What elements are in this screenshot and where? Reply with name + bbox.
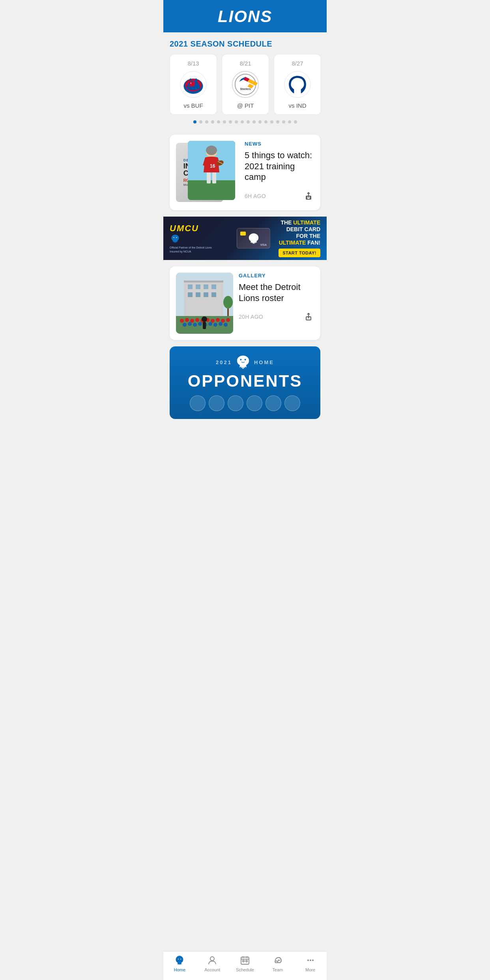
ad-brand: UMCU — [170, 223, 199, 234]
news-card-images: DETROIT LIONS INING CAMP ROCKET Mortgage — [176, 141, 239, 204]
main-content: 2021 SEASON SCHEDULE 8/13 — [163, 32, 327, 457]
svg-point-41 — [180, 319, 184, 323]
svg-rect-31 — [184, 281, 223, 282]
schedule-date-pit: 8/21 — [226, 60, 265, 67]
season-schedule-section: 2021 SEASON SCHEDULE 8/13 — [163, 32, 327, 135]
dot-7[interactable] — [229, 120, 232, 123]
news-card-label: NEWS — [245, 141, 314, 147]
svg-point-57 — [213, 323, 217, 327]
dot-6[interactable] — [223, 120, 226, 123]
schedule-card-pit[interactable]: 8/21 Steelers — [222, 54, 269, 115]
svg-point-43 — [190, 319, 194, 323]
opponents-title: OPPONENTS — [176, 372, 314, 391]
svg-rect-34 — [204, 284, 208, 289]
svg-point-42 — [185, 318, 189, 322]
svg-rect-32 — [188, 284, 193, 289]
dot-16[interactable] — [282, 120, 285, 123]
svg-rect-35 — [211, 284, 216, 289]
svg-point-50 — [226, 318, 230, 322]
dot-3[interactable] — [205, 120, 208, 123]
news-card-share-button[interactable] — [303, 191, 314, 202]
gallery-card-time: 20H AGO — [239, 314, 263, 320]
news-card-content: NEWS 5 things to watch: 2021 training ca… — [245, 141, 314, 202]
dot-15[interactable] — [276, 120, 279, 123]
svg-point-28 — [176, 237, 177, 238]
opponents-year: 2021 — [216, 359, 232, 365]
opponents-logos-row — [176, 395, 314, 411]
svg-rect-37 — [196, 292, 200, 297]
svg-point-53 — [193, 323, 197, 327]
svg-point-3 — [191, 82, 191, 83]
ad-partner-text: Official Partner of the Detroit LionsIns… — [170, 246, 212, 253]
dot-12[interactable] — [258, 120, 262, 123]
gallery-card-label: GALLERY — [239, 273, 314, 279]
opp-logo-4 — [247, 395, 262, 411]
schedule-card-ind[interactable]: 8/27 vs IND — [274, 54, 320, 115]
news-card[interactable]: DETROIT LIONS INING CAMP ROCKET Mortgage — [170, 135, 320, 210]
schedule-logo-pit: Steelers — [232, 71, 259, 98]
dot-13[interactable] — [264, 120, 267, 123]
ad-banner[interactable]: UMCU Official Partner of the Detroit Lio… — [163, 217, 327, 260]
svg-rect-17 — [188, 180, 235, 200]
svg-point-59 — [224, 323, 228, 327]
opp-logo-1 — [190, 395, 206, 411]
news-card-title: 5 things to watch: 2021 training camp — [245, 150, 314, 183]
opponents-banner[interactable]: 2021 HOME OPPONENTS — [170, 346, 320, 419]
svg-point-49 — [221, 319, 225, 323]
gallery-card-content: GALLERY Meet the Detroit Lions roster 20… — [239, 273, 314, 334]
dot-10[interactable] — [247, 120, 250, 123]
svg-rect-22 — [207, 172, 211, 183]
svg-rect-61 — [203, 322, 206, 329]
gallery-card[interactable]: GALLERY Meet the Detroit Lions roster 20… — [170, 266, 320, 340]
opponents-home: HOME — [254, 359, 274, 365]
ad-text-area: THE ULTIMATE DEBIT CARD FOR THE ULTIMATE… — [276, 219, 320, 257]
svg-point-58 — [219, 322, 223, 326]
schedule-opponent-buf: vs BUF — [174, 102, 213, 109]
schedule-opponent-pit: @ PIT — [226, 102, 265, 109]
schedule-date-buf: 8/13 — [174, 60, 213, 67]
news-card-front-image: 16 — [188, 141, 235, 200]
dot-18[interactable] — [294, 120, 297, 123]
svg-point-48 — [216, 318, 220, 322]
gallery-card-share-button[interactable] — [303, 311, 314, 322]
opp-logo-2 — [209, 395, 224, 411]
schedule-logo-ind — [284, 71, 311, 98]
app-title: LIONS — [163, 7, 327, 26]
opp-logo-5 — [266, 395, 281, 411]
dot-1[interactable] — [193, 120, 196, 123]
dot-9[interactable] — [241, 120, 244, 123]
svg-rect-23 — [212, 172, 216, 183]
ad-headline: THE ULTIMATE DEBIT CARD FOR THE ULTIMATE… — [276, 219, 320, 246]
svg-rect-39 — [211, 292, 216, 297]
svg-point-52 — [188, 322, 192, 326]
gallery-card-image — [176, 273, 233, 334]
gallery-card-footer: 20H AGO — [239, 311, 314, 322]
dot-17[interactable] — [288, 120, 291, 123]
season-schedule-title: 2021 SEASON SCHEDULE — [170, 39, 320, 49]
dot-2[interactable] — [199, 120, 202, 123]
svg-text:Steelers: Steelers — [240, 88, 251, 90]
svg-rect-36 — [188, 292, 193, 297]
svg-text:16: 16 — [210, 163, 215, 169]
app-header: LIONS — [163, 0, 327, 32]
svg-point-51 — [183, 323, 187, 327]
svg-point-56 — [208, 322, 212, 326]
svg-point-27 — [174, 237, 174, 238]
svg-point-47 — [211, 319, 215, 323]
ad-cta-button[interactable]: START TODAY! — [279, 249, 320, 257]
opp-logo-3 — [228, 395, 243, 411]
news-card-footer: 6H AGO — [245, 191, 314, 202]
svg-point-66 — [245, 359, 246, 361]
dot-8[interactable] — [235, 120, 238, 123]
dot-11[interactable] — [252, 120, 256, 123]
schedule-card-buf[interactable]: 8/13 — [170, 54, 217, 115]
svg-rect-38 — [204, 292, 208, 297]
dot-4[interactable] — [211, 120, 214, 123]
dot-14[interactable] — [270, 120, 273, 123]
opp-logo-6 — [284, 395, 300, 411]
schedule-logo-buf — [180, 71, 207, 98]
schedule-carousel[interactable]: 8/13 — [170, 54, 320, 116]
svg-point-12 — [284, 71, 311, 98]
svg-point-54 — [198, 322, 202, 326]
dot-5[interactable] — [217, 120, 220, 123]
